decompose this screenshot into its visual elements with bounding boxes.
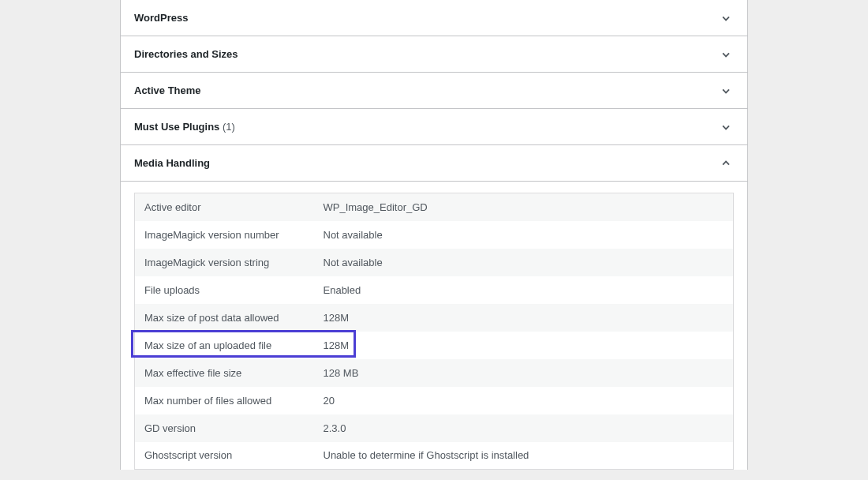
chevron-down-icon [718, 119, 734, 135]
accordion-active-theme[interactable]: Active Theme [121, 73, 747, 109]
table-row: Active editorWP_Image_Editor_GD [135, 193, 734, 221]
row-value: Unable to determine if Ghostscript is in… [314, 442, 734, 470]
accordion-count: (1) [223, 121, 235, 133]
row-value: Not available [314, 221, 734, 249]
chevron-down-icon [718, 47, 734, 62]
row-key: Max number of files allowed [135, 387, 314, 414]
row-key: Ghostscript version [135, 442, 314, 470]
row-value: 2.3.0 [314, 414, 734, 442]
accordion-wordpress[interactable]: WordPress [121, 0, 747, 36]
accordion-title: Must Use Plugins (1) [134, 121, 235, 133]
row-key: ImageMagick version string [135, 249, 314, 276]
row-value: WP_Image_Editor_GD [314, 193, 734, 221]
accordion-title: Media Handling [134, 157, 210, 169]
row-value: Not available [314, 249, 734, 276]
chevron-down-icon [718, 83, 734, 99]
row-key: Active editor [135, 193, 314, 221]
row-key: GD version [135, 414, 314, 442]
row-key: Max effective file size [135, 359, 314, 387]
media-details-table: Active editorWP_Image_Editor_GDImageMagi… [134, 193, 734, 470]
row-value: 20 [314, 387, 734, 414]
accordion-must-use-plugins[interactable]: Must Use Plugins (1) [121, 109, 747, 145]
accordion-title: Directories and Sizes [134, 48, 238, 60]
row-value: 128M [314, 332, 734, 359]
row-value: 128 MB [314, 359, 734, 387]
chevron-up-icon [718, 156, 734, 171]
table-row: GD version2.3.0 [135, 414, 734, 442]
table-row: Max effective file size128 MB [135, 359, 734, 387]
table-row: Max number of files allowed20 [135, 387, 734, 414]
table-row: File uploadsEnabled [135, 276, 734, 304]
accordion-directories[interactable]: Directories and Sizes [121, 36, 747, 73]
table-row: Max size of an uploaded file128M [135, 332, 734, 359]
accordion-title: Active Theme [134, 84, 201, 96]
row-key: Max size of an uploaded file [135, 332, 314, 359]
table-row: ImageMagick version stringNot available [135, 249, 734, 276]
row-value: 128M [314, 304, 734, 332]
row-value: Enabled [314, 276, 734, 304]
accordion-title: WordPress [134, 12, 188, 24]
table-row: Ghostscript versionUnable to determine i… [135, 442, 734, 470]
accordion-title-text: Must Use Plugins [134, 121, 219, 133]
row-key: File uploads [135, 276, 314, 304]
media-handling-details: Active editorWP_Image_Editor_GDImageMagi… [121, 182, 747, 470]
row-key: Max size of post data allowed [135, 304, 314, 332]
row-key: ImageMagick version number [135, 221, 314, 249]
site-health-panels: WordPress Directories and Sizes Active T… [120, 0, 748, 470]
chevron-down-icon [718, 10, 734, 26]
accordion-media-handling[interactable]: Media Handling [121, 145, 747, 182]
table-row: ImageMagick version numberNot available [135, 221, 734, 249]
table-row: Max size of post data allowed128M [135, 304, 734, 332]
